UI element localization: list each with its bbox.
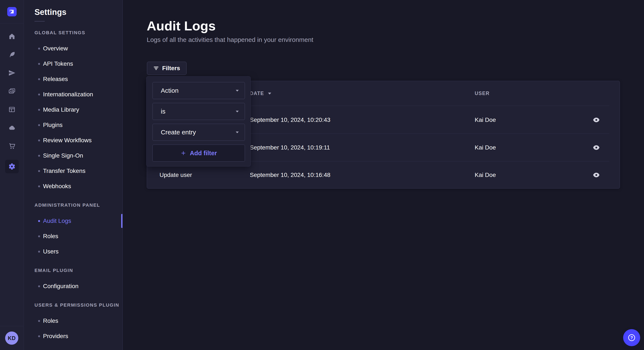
bullet-icon	[38, 170, 40, 172]
eye-icon	[593, 118, 600, 122]
bullet-icon	[38, 155, 40, 157]
sidebar-title: Settings	[34, 8, 122, 17]
page-subtitle: Logs of all the activities that happened…	[147, 36, 313, 43]
bullet-icon	[38, 78, 40, 80]
icon-rail: KD	[0, 0, 24, 350]
view-details-button[interactable]	[591, 171, 602, 179]
settings-sidebar: Settings GLOBAL SETTINGS Overview API To…	[24, 0, 123, 350]
filters-button[interactable]: Filters	[147, 62, 186, 75]
column-header-user: USER	[475, 81, 490, 106]
sidebar-item-up-roles[interactable]: Roles	[24, 313, 122, 329]
sort-desc-icon	[268, 92, 272, 95]
bullet-icon	[38, 94, 40, 95]
bullet-icon	[38, 48, 40, 49]
avatar-initials: KD	[8, 335, 16, 341]
bullet-icon	[38, 140, 40, 141]
question-mark-icon: ?	[628, 334, 635, 341]
bullet-icon	[38, 285, 40, 287]
sidebar-item-releases[interactable]: Releases	[24, 71, 122, 87]
sidebar-item-overview[interactable]: Overview	[24, 41, 122, 56]
view-details-button[interactable]	[591, 116, 602, 124]
chevron-down-icon	[235, 110, 239, 113]
shopping-cart-icon[interactable]	[0, 137, 24, 155]
filter-value-select[interactable]: Create entry	[152, 124, 245, 141]
bullet-icon	[38, 335, 40, 337]
sidebar-item-up-providers[interactable]: Providers	[24, 329, 122, 344]
cell-date: September 10, 2024, 10:16:48	[250, 172, 330, 178]
cell-action: Update user	[160, 172, 192, 178]
section-users-permissions-plugin: USERS & PERMISSIONS PLUGIN Roles Provide…	[24, 302, 122, 344]
cell-user: Kai Doe	[475, 172, 496, 178]
settings-gear-icon[interactable]	[0, 157, 24, 176]
column-header-date[interactable]: DATE	[250, 81, 272, 106]
bullet-icon	[38, 185, 40, 187]
strapi-logo-icon	[7, 7, 16, 16]
workspace-logo[interactable]	[0, 0, 24, 23]
filter-field-value: Action	[161, 87, 178, 94]
rail-divider	[0, 326, 24, 326]
sidebar-item-internationalization[interactable]: Internationalization	[24, 87, 122, 102]
paper-plane-icon[interactable]	[0, 64, 24, 82]
cloud-icon[interactable]	[0, 119, 24, 137]
sidebar-item-review-workflows[interactable]: Review Workflows	[24, 133, 122, 148]
chevron-down-icon	[235, 89, 239, 92]
sidebar-item-media-library[interactable]: Media Library	[24, 102, 122, 117]
add-filter-label: Add filter	[190, 150, 217, 157]
cell-user: Kai Doe	[475, 144, 496, 151]
bullet-icon	[38, 63, 40, 65]
help-button[interactable]: ?	[623, 329, 640, 346]
cell-date: September 10, 2024, 10:19:11	[250, 144, 330, 151]
sidebar-item-transfer-tokens[interactable]: Transfer Tokens	[24, 163, 122, 178]
add-filter-button[interactable]: Add filter	[152, 145, 245, 162]
sidebar-item-configuration[interactable]: Configuration	[24, 279, 122, 294]
sidebar-item-audit-logs[interactable]: Audit Logs	[24, 213, 122, 229]
sidebar-item-admin-users[interactable]: Users	[24, 244, 122, 259]
home-icon[interactable]	[0, 27, 24, 45]
sidebar-item-admin-roles[interactable]: Roles	[24, 229, 122, 244]
filter-value-value: Create entry	[161, 129, 196, 136]
settings-active-tile	[5, 160, 19, 173]
section-label: ADMINISTRATION PANEL	[34, 202, 122, 208]
media-library-icon[interactable]	[0, 82, 24, 100]
bullet-icon	[38, 235, 40, 237]
cell-date: September 10, 2024, 10:20:43	[250, 117, 330, 123]
eye-icon	[593, 145, 600, 150]
filter-icon	[153, 66, 159, 70]
sidebar-item-api-tokens[interactable]: API Tokens	[24, 56, 122, 71]
filter-popover: Action is Create entry Add filter	[146, 76, 251, 167]
filters-button-label: Filters	[162, 65, 180, 72]
sidebar-item-single-sign-on[interactable]: Single Sign-On	[24, 148, 122, 163]
section-administration-panel: ADMINISTRATION PANEL Audit Logs Roles Us…	[24, 202, 122, 259]
section-email-plugin: EMAIL PLUGIN Configuration	[24, 268, 122, 294]
user-avatar[interactable]: KD	[5, 332, 18, 345]
section-label: USERS & PERMISSIONS PLUGIN	[34, 302, 122, 308]
sidebar-item-plugins[interactable]: Plugins	[24, 117, 122, 133]
section-label: GLOBAL SETTINGS	[34, 30, 122, 35]
section-label: EMAIL PLUGIN	[34, 268, 122, 273]
bullet-icon	[38, 251, 40, 253]
bullet-icon	[38, 124, 40, 126]
chevron-down-icon	[235, 131, 239, 134]
cell-user: Kai Doe	[475, 117, 496, 123]
plus-icon	[180, 150, 186, 156]
eye-icon	[593, 173, 600, 177]
bullet-icon	[38, 109, 40, 111]
sidebar-title-underline	[34, 21, 45, 21]
filter-operator-value: is	[161, 108, 166, 115]
filter-operator-select[interactable]: is	[152, 103, 245, 120]
bullet-icon	[38, 320, 40, 322]
active-indicator	[121, 214, 123, 228]
bullet-icon	[38, 220, 40, 222]
view-details-button[interactable]	[591, 143, 602, 152]
feather-icon[interactable]	[0, 45, 24, 64]
rail-icon-list	[0, 23, 24, 176]
sidebar-item-webhooks[interactable]: Webhooks	[24, 178, 122, 194]
filter-field-select[interactable]: Action	[152, 82, 245, 99]
section-global-settings: GLOBAL SETTINGS Overview API Tokens Rele…	[24, 30, 122, 194]
app-root: KD Settings GLOBAL SETTINGS Overview API…	[0, 0, 644, 350]
layout-icon[interactable]	[0, 100, 24, 119]
page-title: Audit Logs	[147, 18, 216, 33]
